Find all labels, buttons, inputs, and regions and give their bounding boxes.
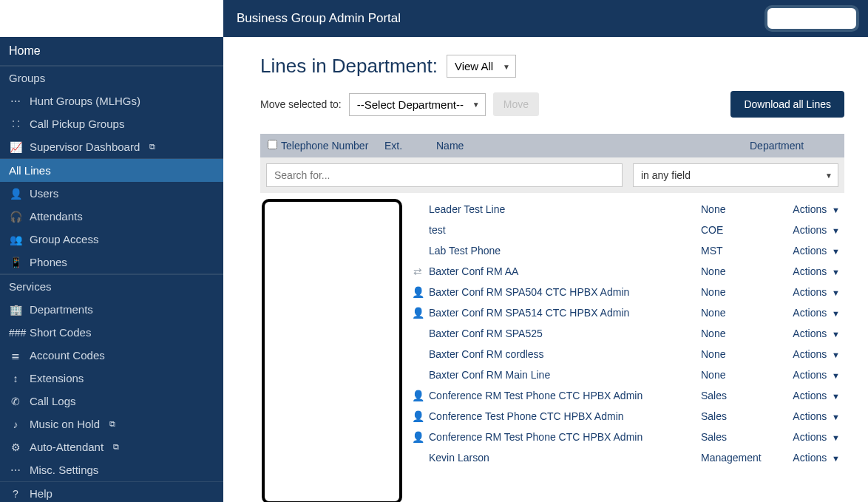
nav-services-item-4-label: Call Logs	[30, 395, 76, 407]
table-row: 👤Baxter Conf RM SPA514 CTC HPBX AdminNon…	[411, 302, 844, 323]
row-department: None	[701, 369, 782, 381]
nav-all-lines-label: All Lines	[9, 164, 51, 177]
select-all-checkbox[interactable]	[268, 140, 277, 149]
nav-groups-item-2[interactable]: 📈Supervisor Dashboard⧉	[0, 135, 223, 158]
nav-all-lines[interactable]: All Lines	[0, 159, 223, 182]
nav-lines-item-0-label: Users	[30, 187, 58, 200]
row-name[interactable]: Baxter Conf RM AA	[424, 265, 701, 277]
row-actions-menu[interactable]: Actions ▼	[782, 307, 840, 319]
chevron-down-icon: ▼	[832, 330, 840, 339]
chevron-down-icon: ▼	[832, 226, 840, 235]
row-name[interactable]: Baxter Conf RM SPA525	[424, 328, 701, 339]
row-department: None	[701, 348, 782, 360]
nav-services-item-2-label: Account Codes	[30, 349, 105, 362]
nav-services-item-1[interactable]: ###Short Codes	[0, 321, 223, 344]
row-department: COE	[701, 224, 782, 236]
nav-lines-item-1[interactable]: 🎧Attendants	[0, 205, 223, 228]
nav-groups-item-0-icon: ⋯	[9, 95, 22, 107]
chevron-down-icon: ▼	[832, 392, 840, 401]
nav-services-item-5[interactable]: ♪Music on Hold⧉	[0, 413, 223, 435]
download-all-lines-button[interactable]: Download all Lines	[730, 91, 844, 118]
table-row: 👤Conference RM Test Phone CTC HPBX Admin…	[411, 385, 844, 406]
row-name[interactable]: Kevin Larson	[424, 452, 701, 464]
row-actions-menu[interactable]: Actions ▼	[782, 203, 840, 215]
row-department: Sales	[701, 410, 782, 422]
nav-lines-item-2-icon: 👥	[9, 234, 22, 245]
chevron-down-icon: ▼	[832, 309, 840, 318]
chevron-down-icon: ▼	[832, 350, 840, 359]
row-type-icon: 👤	[411, 307, 424, 319]
search-input[interactable]	[266, 163, 623, 187]
nav-groups-item-1-icon: ⸬	[9, 118, 22, 130]
nav-groups-header: Groups	[0, 66, 223, 89]
nav-services-item-0[interactable]: 🏢Departments	[0, 298, 223, 321]
nav-services-item-7[interactable]: ⋯Misc. Settings	[0, 458, 223, 481]
nav-services-item-1-icon: ###	[9, 327, 22, 339]
nav-lines-item-1-label: Attendants	[30, 210, 83, 223]
external-link-icon: ⧉	[113, 442, 119, 452]
move-department-select[interactable]: --Select Department--	[349, 93, 486, 116]
nav-services-item-0-icon: 🏢	[9, 304, 22, 316]
row-department: None	[701, 328, 782, 339]
chevron-down-icon: ▼	[832, 413, 840, 421]
table-row: Leader Test LineNoneActions ▼	[411, 199, 844, 220]
row-name[interactable]: Baxter Conf RM SPA504 CTC HPBX Admin	[424, 286, 701, 298]
page-title: Lines in Department:	[260, 55, 438, 78]
chevron-down-icon: ▼	[832, 247, 840, 256]
account-menu[interactable]	[764, 5, 859, 32]
nav-services-item-2[interactable]: ≣Account Codes	[0, 344, 223, 367]
row-actions-menu[interactable]: Actions ▼	[782, 265, 840, 277]
row-name[interactable]: test	[424, 224, 701, 236]
row-actions-menu[interactable]: Actions ▼	[782, 410, 840, 422]
row-actions-menu[interactable]: Actions ▼	[782, 245, 840, 257]
row-actions-menu[interactable]: Actions ▼	[782, 452, 840, 464]
nav-services-item-7-label: Misc. Settings	[30, 464, 98, 476]
nav-lines-item-3[interactable]: 📱Phones	[0, 251, 223, 274]
nav-home[interactable]: Home	[0, 37, 223, 65]
nav-lines-item-0[interactable]: 👤Users	[0, 182, 223, 205]
chevron-down-icon: ▼	[832, 268, 840, 277]
nav-services-item-3[interactable]: ↕Extensions	[0, 367, 223, 390]
row-type-icon: 👤	[411, 390, 424, 401]
row-actions-menu[interactable]: Actions ▼	[782, 369, 840, 381]
nav-groups-item-0[interactable]: ⋯Hunt Groups (MLHGs)	[0, 89, 223, 112]
row-name[interactable]: Conference Test Phone CTC HPBX Admin	[424, 410, 701, 422]
nav-services-header: Services	[0, 274, 223, 298]
table-row: 👤Conference RM Test Phone CTC HPBX Admin…	[411, 427, 844, 447]
row-actions-menu[interactable]: Actions ▼	[782, 390, 840, 401]
row-actions-menu[interactable]: Actions ▼	[782, 348, 840, 360]
nav-footer-item-0-icon: ?	[9, 488, 22, 500]
nav-lines-item-2[interactable]: 👥Group Access	[0, 228, 223, 251]
nav-services-item-6[interactable]: ⚙Auto-Attendant⧉	[0, 435, 223, 458]
row-actions-menu[interactable]: Actions ▼	[782, 286, 840, 298]
row-name[interactable]: Baxter Conf RM cordless	[424, 348, 701, 360]
top-bar-logo-area	[0, 0, 223, 37]
nav-lines-item-1-icon: 🎧	[9, 211, 22, 223]
col-ext[interactable]: Ext.	[384, 140, 436, 152]
top-bar: Business Group Admin Portal	[0, 0, 868, 37]
row-actions-menu[interactable]: Actions ▼	[782, 328, 840, 339]
chevron-down-icon: ▼	[832, 288, 840, 297]
nav-services-item-6-label: Auto-Attendant	[30, 441, 104, 453]
row-name[interactable]: Baxter Conf RM SPA514 CTC HPBX Admin	[424, 307, 701, 319]
row-actions-menu[interactable]: Actions ▼	[782, 431, 840, 443]
col-department[interactable]: Department	[750, 140, 837, 152]
row-name[interactable]: Lab Test Phone	[424, 245, 701, 257]
col-name[interactable]: Name	[436, 140, 750, 152]
col-telephone[interactable]: Telephone Number	[281, 140, 384, 152]
lines-table: Telephone Number Ext. Name Department in…	[260, 134, 844, 502]
view-department-select[interactable]: View All	[447, 55, 516, 78]
row-name[interactable]: Baxter Conf RM Main Line	[424, 369, 701, 381]
row-name[interactable]: Conference RM Test Phone CTC HPBX Admin	[424, 390, 701, 401]
nav-footer-item-0[interactable]: ?Help	[0, 482, 223, 502]
row-department: Sales	[701, 431, 782, 443]
nav-groups-item-1[interactable]: ⸬Call Pickup Groups	[0, 112, 223, 135]
row-name[interactable]: Leader Test Line	[424, 203, 701, 215]
search-field-select[interactable]: in any field	[633, 163, 838, 187]
row-actions-menu[interactable]: Actions ▼	[782, 224, 840, 236]
table-row: 👤Baxter Conf RM SPA504 CTC HPBX AdminNon…	[411, 282, 844, 302]
row-name[interactable]: Conference RM Test Phone CTC HPBX Admin	[424, 431, 701, 443]
nav-services-item-4[interactable]: ✆Call Logs	[0, 390, 223, 413]
row-type-icon: 👤	[411, 431, 424, 443]
move-button[interactable]: Move	[493, 92, 539, 116]
